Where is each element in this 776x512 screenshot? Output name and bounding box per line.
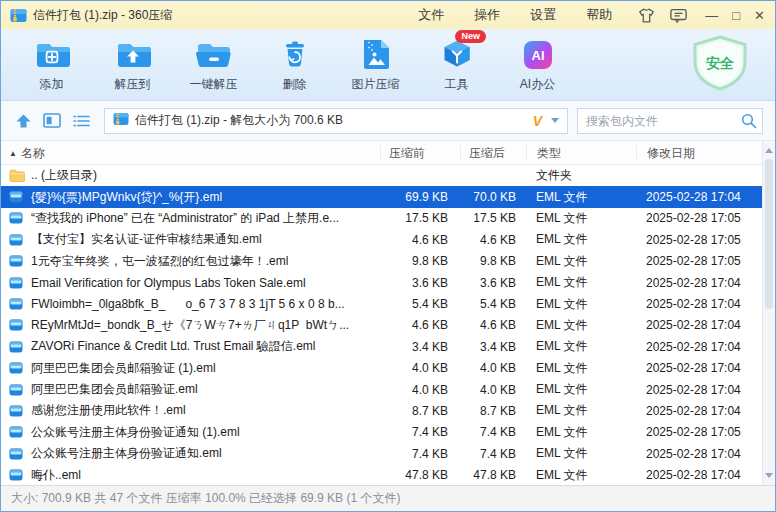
- column-header-size-before[interactable]: 压缩前: [380, 145, 460, 161]
- toolbar-items: 添加解压到一键解压删除图片压缩工具NewAIAI办公: [11, 37, 578, 93]
- cell-size-after: 17.5 KB: [460, 211, 526, 225]
- file-name: 公众账号注册主体身份验证通知 (1).eml: [31, 424, 240, 441]
- menu-item[interactable]: 文件: [418, 6, 444, 24]
- table-row[interactable]: 公众账号注册主体身份验证通知 (1).eml7.4 KB7.4 KBEML 文件…: [1, 422, 762, 443]
- scroll-down-icon[interactable]: [763, 468, 775, 483]
- path-dropdown-caret[interactable]: [551, 118, 559, 123]
- column-header-date[interactable]: 修改日期: [636, 145, 762, 161]
- app-window: 信件打包 (1).zip - 360压缩 文件操作设置帮助 — □ ✕ 添加解压…: [0, 0, 776, 512]
- toolbar-ai-office[interactable]: AIAI办公: [497, 37, 578, 93]
- file-name: REyMrMtJd=_bondk_B_せ《7ㄋWㄘ7+ㄌ厂ㄐq1P bWtㄅ..…: [31, 317, 349, 334]
- eml-file-icon: [9, 233, 25, 247]
- menu-item[interactable]: 帮助: [586, 6, 612, 24]
- table-row[interactable]: 阿里巴巴集团会员邮箱验证 (1).eml4.0 KB4.0 KBEML 文件20…: [1, 358, 762, 379]
- minimize-button[interactable]: —: [705, 9, 718, 22]
- column-header-name[interactable]: ▲名称: [1, 145, 380, 161]
- cell-size-before: 4.6 KB: [380, 233, 460, 247]
- toolbar-label: 一键解压: [173, 76, 254, 93]
- preview-pane-icon[interactable]: [42, 112, 62, 130]
- vertical-scrollbar[interactable]: [762, 141, 775, 485]
- cell-size-before: 7.4 KB: [380, 425, 460, 439]
- archive-path-bar[interactable]: 信件打包 (1).zip - 解包大小为 700.6 KB V: [104, 108, 568, 134]
- cell-date: 2025-02-28 17:04: [636, 361, 762, 375]
- toolbar-add[interactable]: 添加: [11, 37, 92, 93]
- column-header-size-after[interactable]: 压缩后: [460, 145, 526, 161]
- extract-to-icon: [92, 37, 173, 73]
- feedback-icon[interactable]: [670, 8, 687, 23]
- eml-file-icon: [9, 340, 25, 354]
- cell-date: 2025-02-28 17:05: [636, 233, 762, 247]
- toolbar-extract-to[interactable]: 解压到: [92, 37, 173, 93]
- file-name: FWloimbh=_0lga8bfk_B_ o_6 7 3 7 8 3 1jT …: [31, 297, 345, 311]
- toolbar-label: 删除: [254, 76, 335, 93]
- maximize-button[interactable]: □: [732, 9, 740, 22]
- file-name: 感谢您注册使用此软件！.eml: [31, 402, 186, 419]
- table-row[interactable]: REyMrMtJd=_bondk_B_せ《7ㄋWㄘ7+ㄌ厂ㄐq1P bWtㄅ..…: [1, 315, 762, 336]
- table-row[interactable]: 阿里巴巴集团会员邮箱验证.eml4.0 KB4.0 KBEML 文件2025-0…: [1, 379, 762, 400]
- search-input[interactable]: [577, 108, 763, 134]
- table-row[interactable]: “查找我的 iPhone” 已在 “Administrator” 的 iPad …: [1, 208, 762, 229]
- cell-name: 阿里巴巴集团会员邮箱验证.eml: [1, 381, 380, 398]
- eml-file-icon: [9, 468, 25, 482]
- toolbar-one-click-extract[interactable]: 一键解压: [173, 37, 254, 93]
- cell-size-after: 8.7 KB: [460, 404, 526, 418]
- file-list: .. (上级目录)文件夹{髮}%{票}MPgWnkv{贷}^_%{开}.eml6…: [1, 165, 775, 485]
- toolbar-image-compress[interactable]: 图片压缩: [335, 37, 416, 93]
- cell-date: 2025-02-28 17:04: [636, 318, 762, 332]
- table-row[interactable]: .. (上级目录)文件夹: [1, 165, 762, 186]
- search-icon[interactable]: [741, 113, 757, 133]
- security-shield[interactable]: 安全: [691, 35, 749, 95]
- file-name: 公众账号注册主体身份验证通知.eml: [31, 445, 222, 462]
- menu-item[interactable]: 操作: [474, 6, 500, 24]
- cell-date: 2025-02-28 17:04: [636, 447, 762, 461]
- up-level-icon[interactable]: [13, 112, 33, 130]
- toolbar-delete[interactable]: 删除: [254, 37, 335, 93]
- sort-ascending-icon: ▲: [9, 149, 17, 158]
- cell-name: FWloimbh=_0lga8bfk_B_ o_6 7 3 7 8 3 1jT …: [1, 297, 380, 311]
- menu-item[interactable]: 设置: [530, 6, 556, 24]
- cell-type: EML 文件: [526, 338, 636, 355]
- table-row[interactable]: 晦仆..eml47.8 KB47.8 KBEML 文件2025-02-28 17…: [1, 464, 762, 485]
- cell-type: EML 文件: [526, 402, 636, 419]
- table-row[interactable]: 【支付宝】实名认证-证件审核结果通知.eml4.6 KB4.6 KBEML 文件…: [1, 229, 762, 250]
- cell-size-before: 9.8 KB: [380, 254, 460, 268]
- eml-file-icon: [9, 318, 25, 332]
- cell-size-before: 5.4 KB: [380, 297, 460, 311]
- app-zip-icon: [10, 8, 27, 23]
- cell-size-after: 5.4 KB: [460, 297, 526, 311]
- toolbar-tools[interactable]: 工具New: [416, 37, 497, 93]
- close-button[interactable]: ✕: [754, 9, 765, 22]
- table-row[interactable]: {髮}%{票}MPgWnkv{贷}^_%{开}.eml69.9 KB70.0 K…: [1, 186, 762, 207]
- table-row[interactable]: ZAVORi Finance & Credit Ltd. Trust Email…: [1, 336, 762, 357]
- one-click-extract-icon: [173, 37, 254, 73]
- cell-type: EML 文件: [526, 424, 636, 441]
- file-name: Email Verification for Olympus Labs Toke…: [31, 276, 306, 290]
- file-name: 晦仆..eml: [31, 467, 81, 484]
- eml-file-icon: [9, 211, 25, 225]
- eml-file-icon: [9, 276, 25, 290]
- table-row[interactable]: 1元夺宝年终奖，屯一波猛烈的红包过壕年！.eml9.8 KB9.8 KBEML …: [1, 251, 762, 272]
- column-header-type[interactable]: 类型: [526, 145, 636, 161]
- skin-icon[interactable]: [638, 8, 655, 23]
- cell-type: 文件夹: [526, 167, 636, 184]
- eml-file-icon: [9, 361, 25, 375]
- scrollbar-thumb[interactable]: [765, 159, 773, 309]
- cell-name: 公众账号注册主体身份验证通知.eml: [1, 445, 380, 462]
- table-row[interactable]: FWloimbh=_0lga8bfk_B_ o_6 7 3 7 8 3 1jT …: [1, 293, 762, 314]
- file-table: ▲名称 压缩前 压缩后 类型 修改日期 .. (上级目录)文件夹{髮}%{票}M…: [1, 141, 775, 485]
- folder-icon: [9, 169, 25, 183]
- table-row[interactable]: 感谢您注册使用此软件！.eml8.7 KB8.7 KBEML 文件2025-02…: [1, 400, 762, 421]
- cell-size-after: 70.0 KB: [460, 190, 526, 204]
- add-icon: [11, 37, 92, 73]
- cell-size-after: 3.6 KB: [460, 276, 526, 290]
- list-view-icon[interactable]: [71, 112, 91, 130]
- table-row[interactable]: 公众账号注册主体身份验证通知.eml7.4 KB7.4 KBEML 文件2025…: [1, 443, 762, 464]
- scroll-up-icon[interactable]: [763, 143, 775, 158]
- file-name: 1元夺宝年终奖，屯一波猛烈的红包过壕年！.eml: [31, 253, 288, 270]
- cell-date: 2025-02-28 17:05: [636, 211, 762, 225]
- table-row[interactable]: Email Verification for Olympus Labs Toke…: [1, 272, 762, 293]
- cell-name: 阿里巴巴集团会员邮箱验证 (1).eml: [1, 360, 380, 377]
- cell-name: REyMrMtJd=_bondk_B_せ《7ㄋWㄘ7+ㄌ厂ㄐq1P bWtㄅ..…: [1, 317, 380, 334]
- eml-file-icon: [9, 254, 25, 268]
- window-controls: — □ ✕: [705, 9, 765, 22]
